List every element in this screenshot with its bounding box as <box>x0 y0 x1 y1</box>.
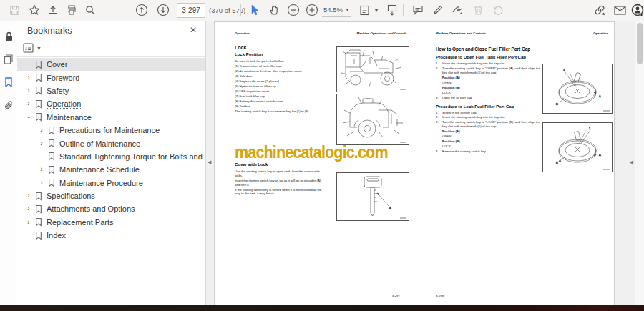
comment-icon[interactable] <box>409 1 426 19</box>
bookmark-item-replacement-parts[interactable]: ›Replacement Parts <box>17 216 205 229</box>
upload-icon[interactable] <box>44 1 62 19</box>
chevron-right-icon[interactable]: › <box>37 140 46 147</box>
subsection-title: Lock Position <box>235 52 263 56</box>
text-line: Use the starting switch key to open and … <box>235 169 326 178</box>
bookmark-item-standard-tightening-torque-for-bolts-and-nuts[interactable]: Standard Tightening Torque for Bolts and… <box>17 150 205 163</box>
position-label: Position (B) <box>442 86 540 90</box>
chevron-down-icon: ▼ <box>36 46 42 51</box>
page-number: 3-298 <box>436 294 444 297</box>
step-text: Screw in the oil filler cap. <box>442 111 540 115</box>
print-icon[interactable] <box>63 1 80 19</box>
close-icon[interactable]: ✕ <box>190 25 197 35</box>
procedure-step: 3.Turn the starting switch key to "LOCK"… <box>436 120 540 129</box>
bookmark-item-maintenance-schedule[interactable]: ›Maintenance Schedule <box>17 163 205 176</box>
zoom-level-value: 54.5% <box>323 6 343 14</box>
chevron-right-icon[interactable]: › <box>37 127 46 134</box>
chevron-right-icon[interactable]: › <box>37 179 46 187</box>
page-header-left: Machine Operations and Controls <box>436 31 486 35</box>
bookmarks-panel-header: Bookmarks ✕ <box>17 21 205 39</box>
bookmark-item-foreword[interactable]: ›Foreword <box>17 71 205 84</box>
figure-fuel-cap-open: 1AB <box>542 64 613 114</box>
page-number-input[interactable] <box>177 3 205 18</box>
scroll-mode-icon[interactable] <box>384 1 401 19</box>
bookmark-label: Attachments and Options <box>47 204 135 213</box>
bookmark-item-specifications[interactable]: ›Specifications <box>17 189 205 202</box>
hand-tool-icon[interactable] <box>266 1 283 19</box>
previous-page-icon[interactable] <box>133 1 150 19</box>
chevron-right-icon[interactable]: › <box>24 205 33 212</box>
bookmark-item-cover[interactable]: Cover <box>17 58 205 71</box>
highlight-icon[interactable] <box>429 1 447 19</box>
bookmark-item-index[interactable]: Index <box>17 229 205 242</box>
sign-icon[interactable] <box>449 1 467 19</box>
chevron-down-icon[interactable]: › <box>25 113 32 122</box>
search-icon[interactable] <box>82 1 99 19</box>
select-tool-icon[interactable] <box>246 1 263 19</box>
chevron-right-icon[interactable]: › <box>24 87 33 94</box>
trash-icon[interactable] <box>469 1 487 19</box>
redo-icon[interactable] <box>489 1 507 19</box>
bookmark-label: Outline of Maintenance <box>59 139 140 148</box>
procedure-step: 1.Screw in the oil filler cap. <box>436 111 540 115</box>
bookmark-item-maintenance-procedure[interactable]: ›Maintenance Procedure <box>17 177 205 189</box>
chevron-right-icon[interactable]: › <box>24 74 33 82</box>
zoom-in-icon[interactable] <box>303 1 321 19</box>
share-link-icon[interactable] <box>591 1 608 19</box>
bookmark-item-outline-of-maintenance[interactable]: ›Outline of Maintenance <box>17 137 205 149</box>
collapse-panel-icon[interactable]: ◀ <box>208 159 211 165</box>
lock-icon[interactable] <box>0 28 17 45</box>
bookmarks-options-button[interactable]: ▼ <box>23 41 44 54</box>
bookmarks-panel: Bookmarks ✕ ▼ Cover›Foreword›Safety›Oper… <box>17 21 206 305</box>
document-area[interactable]: Operation Machine Operations and Control… <box>206 21 635 305</box>
bookmark-label: Specifications <box>47 192 95 200</box>
text-line: (2) Air conditioner fresh air filter ins… <box>235 69 331 74</box>
account-icon[interactable] <box>629 1 644 19</box>
vertical-scrollbar[interactable] <box>635 21 644 305</box>
bookmark-icon <box>33 231 44 240</box>
attachments-icon[interactable] <box>0 97 17 114</box>
pdf-page-right: Machine Operations and Controls Operatio… <box>412 21 615 305</box>
figure-code <box>603 110 610 112</box>
bookmark-label: Operation <box>47 99 81 109</box>
step-text: Insert the starting switch key into the … <box>442 61 540 66</box>
bookmark-icon <box>46 139 57 148</box>
bookmarks-icon[interactable] <box>0 74 17 91</box>
position-value: OPEN <box>442 81 540 85</box>
expand-tools-icon[interactable]: ◀ <box>630 159 633 165</box>
bookmark-label: Maintenance Procedure <box>59 179 143 187</box>
bookmark-item-precautions-for-maintenance[interactable]: ›Precautions for Maintenance <box>17 124 205 137</box>
figure-code <box>603 169 610 170</box>
page-fit-icon[interactable]: ▼ <box>358 1 381 19</box>
chevron-right-icon[interactable]: › <box>37 166 46 173</box>
text-line: (5) Hydraulic tank oil filler cap <box>235 84 331 89</box>
section-title: Lock <box>235 45 246 50</box>
chevron-right-icon[interactable]: › <box>24 192 33 199</box>
page-thumbnails-icon[interactable] <box>0 51 17 68</box>
email-icon[interactable] <box>611 1 628 19</box>
procedures-block: Procedure to Open Fuel Tank Filler Port … <box>436 55 540 154</box>
step-number: 1. <box>436 111 442 115</box>
zoom-out-icon[interactable] <box>285 1 302 19</box>
text-line: Be sure to lock the parts that follow. <box>235 59 331 64</box>
chevron-right-icon[interactable]: › <box>24 100 33 107</box>
watermark: machinecatalogic.com <box>235 142 392 162</box>
procedure-step: 4.Remove the starting switch key. <box>436 149 540 154</box>
bookmark-item-operation[interactable]: ›Operation <box>17 97 205 110</box>
text-line: (9) Toolbox <box>235 104 331 109</box>
bookmark-item-attachments-and-options[interactable]: ›Attachments and Options <box>17 202 205 215</box>
position-label: Position (A) <box>442 129 540 134</box>
next-page-icon[interactable] <box>155 1 172 19</box>
chevron-down-icon: ▼ <box>374 8 379 13</box>
star-icon[interactable] <box>26 1 43 19</box>
page-header-left: Operation <box>235 31 250 35</box>
bookmark-icon <box>46 165 57 174</box>
save-icon[interactable] <box>6 1 23 19</box>
zoom-level-dropdown[interactable]: 54.5% ▼ <box>322 3 351 17</box>
scrollbar-thumb[interactable] <box>637 23 643 64</box>
bookmark-icon <box>46 178 57 187</box>
chevron-right-icon[interactable]: › <box>24 219 33 226</box>
bookmark-item-safety[interactable]: ›Safety <box>17 84 205 97</box>
bookmark-item-maintenance[interactable]: ›Maintenance <box>17 111 205 124</box>
bookmark-icon <box>33 73 44 82</box>
figure-code <box>400 89 406 90</box>
